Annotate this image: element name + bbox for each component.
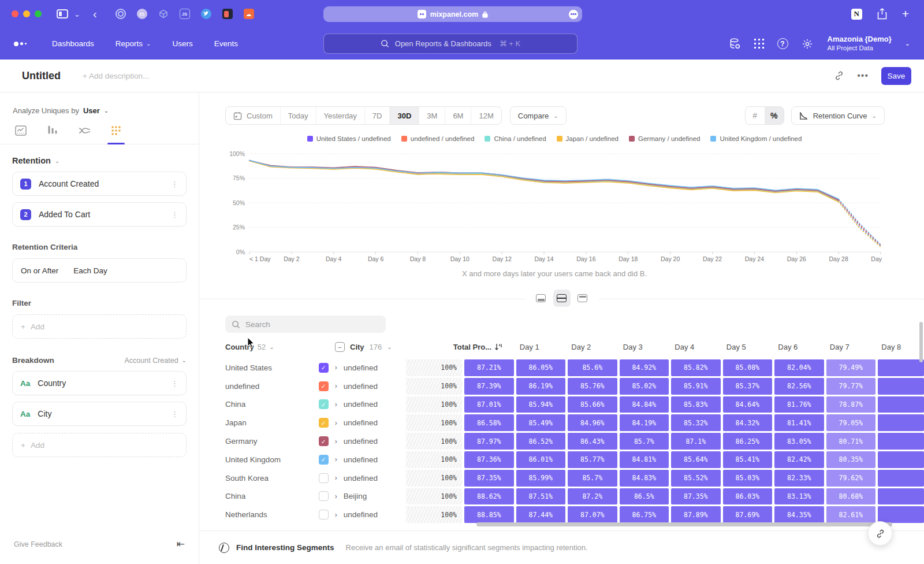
range-custom[interactable]: Custom xyxy=(226,107,280,124)
breakdown-card[interactable]: Aa City ⋮ xyxy=(12,402,187,426)
retention-criteria-card[interactable]: On or After Each Day xyxy=(12,258,187,283)
retention-cell[interactable]: 85.64% xyxy=(671,451,721,468)
kebab-menu-icon[interactable]: ⋮ xyxy=(171,213,178,216)
cube-favicon[interactable] xyxy=(158,9,169,19)
retention-cell[interactable]: 84.19% xyxy=(620,414,669,431)
table-only-view-button[interactable] xyxy=(574,290,591,307)
retention-cell[interactable]: 84.83% xyxy=(620,470,669,487)
legend-item[interactable]: Japan / undefined xyxy=(557,135,619,142)
retention-cell[interactable]: 85.49% xyxy=(516,414,566,431)
tab-funnels[interactable] xyxy=(46,124,59,137)
chevron-down-icon[interactable]: ⌄ xyxy=(55,158,59,164)
expand-row-icon[interactable]: › xyxy=(335,492,337,500)
retention-cell[interactable]: 87.44% xyxy=(516,506,566,523)
retention-cell[interactable]: 87.07% xyxy=(568,506,617,523)
retention-cell[interactable]: 82.56% xyxy=(774,378,824,395)
retention-cell-partial[interactable] xyxy=(878,414,924,431)
range-6m[interactable]: 6M xyxy=(445,107,471,124)
kebab-menu-icon[interactable]: ⋮ xyxy=(171,183,178,185)
total-column-header[interactable]: Total Pro... xyxy=(438,343,502,351)
retention-cell[interactable]: 80.71% xyxy=(826,433,876,450)
day-column-header[interactable]: Day 7 xyxy=(815,343,865,351)
retention-cell[interactable]: 86.19% xyxy=(516,378,566,395)
retention-cell[interactable]: 82.33% xyxy=(774,470,824,487)
retention-cell[interactable]: 87.69% xyxy=(723,506,773,523)
day-column-header[interactable]: Day 3 xyxy=(608,343,658,351)
day-column-header[interactable]: Day 2 xyxy=(557,343,606,351)
retention-cell[interactable]: 85.7% xyxy=(620,433,669,450)
data-management-icon[interactable] xyxy=(729,38,741,50)
sidebar-toggle-icon[interactable] xyxy=(57,9,68,18)
retention-cell[interactable]: 87.01% xyxy=(464,396,514,413)
retention-cell-partial[interactable] xyxy=(878,433,924,450)
close-window-button[interactable] xyxy=(12,10,18,17)
retention-cell[interactable]: 85.99% xyxy=(516,470,566,487)
report-title[interactable]: Untitled xyxy=(22,70,61,82)
retention-cell[interactable]: 81.76% xyxy=(774,396,824,413)
add-description[interactable]: + Add description... xyxy=(83,72,149,80)
retention-cell[interactable]: 85.41% xyxy=(723,451,773,468)
retention-cell[interactable]: 85.94% xyxy=(516,396,566,413)
retention-cell[interactable]: 85.7% xyxy=(568,470,617,487)
retention-cell[interactable]: 85.83% xyxy=(671,396,721,413)
retention-cell[interactable]: 87.51% xyxy=(516,488,566,505)
retention-cell[interactable]: 85.91% xyxy=(671,378,721,395)
row-checkbox[interactable]: ✓ xyxy=(319,436,329,446)
range-12m[interactable]: 12M xyxy=(471,107,501,124)
range-30d[interactable]: 30D xyxy=(389,107,419,124)
legend-item[interactable]: United States / undefined xyxy=(307,135,391,142)
range-today[interactable]: Today xyxy=(280,107,316,124)
tab-retention[interactable] xyxy=(109,124,123,137)
event-step-card[interactable]: 1 Account Created ⋮ xyxy=(12,172,187,196)
retention-cell-partial[interactable] xyxy=(878,470,924,487)
day-column-header[interactable]: Day 5 xyxy=(711,343,761,351)
row-checkbox[interactable] xyxy=(319,491,329,501)
nav-users[interactable]: Users xyxy=(172,39,192,48)
bird-favicon[interactable] xyxy=(201,9,211,19)
expand-row-icon[interactable]: › xyxy=(335,511,337,519)
table-row[interactable]: Japan✓›undefined100%86.58%85.49%84.96%84… xyxy=(225,414,924,431)
chevron-down-icon[interactable]: ⌄ xyxy=(74,10,80,18)
horizontal-scrollbar[interactable] xyxy=(476,522,892,526)
retention-cell[interactable]: 86.5% xyxy=(620,488,669,505)
expand-row-icon[interactable]: › xyxy=(335,474,337,482)
target-favicon[interactable] xyxy=(116,9,126,19)
table-row[interactable]: United States✓›undefined100%87.21%86.05%… xyxy=(225,359,924,376)
absolute-number-toggle[interactable]: # xyxy=(746,107,765,124)
retention-cell[interactable]: 82.04% xyxy=(774,359,824,376)
row-checkbox[interactable]: ✓ xyxy=(319,418,329,428)
give-feedback-link[interactable]: Give Feedback xyxy=(14,540,62,548)
table-row[interactable]: Netherlands›undefined100%88.85%87.44%87.… xyxy=(225,506,924,523)
table-row[interactable]: South Korea›undefined100%87.35%85.99%85.… xyxy=(225,470,924,487)
tab-insights[interactable] xyxy=(14,124,28,137)
compare-button[interactable]: Compare ⌄ xyxy=(510,106,567,125)
country-column-header[interactable]: Country 52 ⌄ xyxy=(225,343,335,351)
row-checkbox[interactable]: ✓ xyxy=(319,455,329,465)
retention-cell[interactable]: 84.84% xyxy=(620,396,669,413)
retention-cell-partial[interactable] xyxy=(878,451,924,468)
add-breakdown-button[interactable]: + Add xyxy=(12,433,187,457)
retention-cell[interactable]: 78.87% xyxy=(826,396,876,413)
retention-cell[interactable]: 84.92% xyxy=(620,359,669,376)
retention-cell[interactable]: 87.35% xyxy=(671,488,721,505)
day-column-header[interactable]: Day 4 xyxy=(660,343,710,351)
project-switcher[interactable]: Amazonia {Demo} All Project Data xyxy=(828,35,892,53)
retention-cell[interactable]: 86.58% xyxy=(464,414,514,431)
back-icon[interactable]: ‹ xyxy=(93,8,97,21)
day-column-header[interactable]: Day 6 xyxy=(763,343,813,351)
copy-link-icon[interactable] xyxy=(834,70,844,81)
expand-row-icon[interactable]: › xyxy=(335,437,337,446)
retention-cell[interactable]: 87.2% xyxy=(568,488,617,505)
table-row[interactable]: Germany✓›undefined100%87.97%86.52%86.43%… xyxy=(225,433,924,450)
retention-cell[interactable]: 83.05% xyxy=(774,433,824,450)
criteria-mode[interactable]: On or After xyxy=(21,266,58,275)
apps-grid-icon[interactable] xyxy=(754,39,764,49)
expand-row-icon[interactable]: › xyxy=(335,382,337,390)
dark-app-favicon[interactable] xyxy=(222,9,233,19)
save-button[interactable]: Save xyxy=(881,67,911,85)
retention-cell[interactable]: 86.75% xyxy=(620,506,669,523)
kebab-menu-icon[interactable]: ⋮ xyxy=(171,413,178,415)
range-yesterday[interactable]: Yesterday xyxy=(316,107,364,124)
range-7d[interactable]: 7D xyxy=(364,107,390,124)
retention-cell[interactable]: 87.97% xyxy=(464,433,514,450)
